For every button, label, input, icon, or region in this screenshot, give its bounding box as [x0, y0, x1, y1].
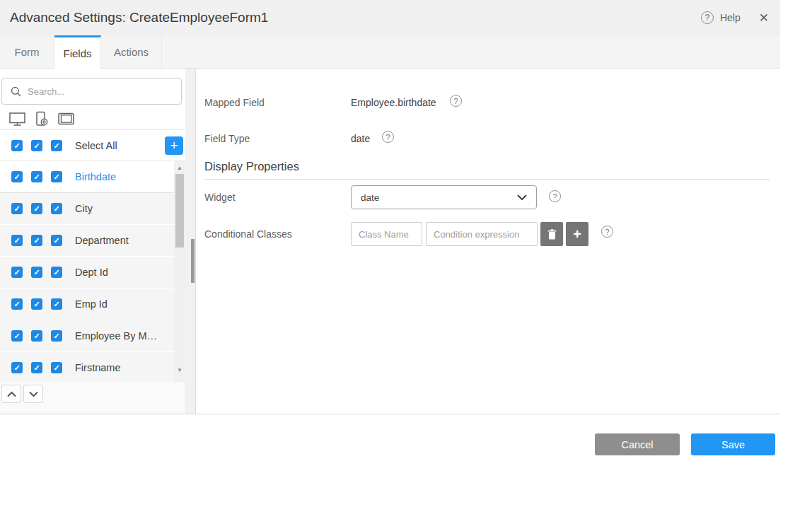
dialog-header: Advanced Settings: CreateEmployeeForm1 ?… [0, 0, 780, 35]
delete-class-button[interactable] [540, 222, 563, 246]
list-item[interactable]: ✓✓✓Emp Id [0, 289, 174, 320]
cancel-button[interactable]: Cancel [595, 433, 680, 455]
select-all-checkbox[interactable]: ✓ [51, 140, 62, 151]
field-label: Employee By M… [75, 330, 157, 342]
select-all-label: Select All [75, 140, 117, 151]
field-checkbox[interactable]: ✓ [11, 362, 23, 373]
conditional-classes-label: Conditional Classes [204, 228, 292, 240]
field-label: Dept Id [75, 267, 108, 278]
fields-sidebar: ✓ ✓ ✓ Select All + ✓✓✓Birthdate✓✓✓City✓✓… [0, 69, 185, 414]
select-all-checkbox[interactable]: ✓ [31, 140, 42, 151]
help-icon[interactable]: ? [601, 226, 613, 238]
condition-expression-input[interactable] [426, 222, 538, 246]
display-properties-heading: Display Properties [204, 160, 299, 173]
footer-divider [0, 414, 780, 414]
mapped-field-value: Employee.birthdate [351, 97, 436, 108]
field-checkbox[interactable]: ✓ [31, 171, 42, 182]
field-label: Firstname [75, 362, 120, 373]
widget-label: Widget [204, 192, 236, 203]
field-checkbox[interactable]: ✓ [31, 267, 42, 278]
select-all-checkbox[interactable]: ✓ [11, 140, 23, 151]
trash-icon [547, 229, 557, 240]
field-checkbox[interactable]: ✓ [31, 203, 42, 214]
chevron-down-icon [28, 391, 39, 397]
scroll-up-icon[interactable]: ▲ [174, 165, 185, 171]
help-link[interactable]: Help [720, 12, 741, 23]
field-checkbox[interactable]: ✓ [31, 298, 42, 310]
scroll-down-icon[interactable]: ▼ [174, 367, 185, 373]
select-all-row[interactable]: ✓ ✓ ✓ Select All + [0, 131, 185, 161]
add-class-button[interactable]: + [566, 222, 588, 246]
field-checkbox[interactable]: ✓ [51, 235, 62, 246]
field-label: Birthdate [75, 171, 116, 182]
desktop-view-icon[interactable] [8, 111, 26, 127]
content-scrollbar[interactable] [185, 69, 196, 414]
move-up-button[interactable] [1, 385, 21, 403]
field-list: ✓✓✓Birthdate✓✓✓City✓✓✓Department✓✓✓Dept … [0, 161, 174, 382]
close-icon[interactable]: ✕ [759, 11, 769, 25]
field-settings-panel: Mapped Field Employee.birthdate ? Field … [196, 69, 780, 414]
widget-select-value: date [361, 192, 379, 203]
header-actions: ? Help ✕ [701, 11, 770, 25]
field-checkbox[interactable]: ✓ [31, 362, 42, 373]
field-checkbox[interactable]: ✓ [51, 298, 62, 310]
tab-form[interactable]: Form [0, 35, 54, 68]
search-input[interactable] [28, 86, 181, 97]
field-checkbox[interactable]: ✓ [11, 267, 23, 278]
field-checkbox[interactable]: ✓ [31, 330, 42, 342]
field-checkbox[interactable]: ✓ [51, 203, 62, 214]
field-label: Emp Id [75, 298, 108, 310]
tablet-view-icon[interactable] [57, 111, 75, 127]
help-icon[interactable]: ? [450, 95, 462, 107]
scrollbar-thumb[interactable] [175, 174, 184, 247]
field-checkbox[interactable]: ✓ [51, 267, 62, 278]
mobile-view-icon[interactable] [34, 111, 50, 127]
field-type-label: Field Type [204, 133, 250, 144]
field-checkbox[interactable]: ✓ [11, 203, 23, 214]
field-checkbox[interactable]: ✓ [51, 330, 62, 342]
list-item[interactable]: ✓✓✓Firstname [0, 352, 174, 382]
tab-bar: FormFieldsActions [0, 35, 780, 69]
device-toggle-row [0, 108, 185, 130]
dialog-content: ✓ ✓ ✓ Select All + ✓✓✓Birthdate✓✓✓City✓✓… [0, 69, 780, 414]
move-down-button[interactable] [23, 385, 43, 403]
class-name-input[interactable] [351, 222, 422, 246]
chevron-down-icon [517, 194, 527, 200]
field-checkbox[interactable]: ✓ [51, 171, 62, 182]
chevron-up-icon [6, 391, 17, 397]
field-order-controls [0, 382, 185, 414]
mapped-field-label: Mapped Field [204, 97, 265, 108]
search-icon [11, 86, 21, 97]
add-field-button[interactable]: + [165, 136, 183, 155]
help-icon[interactable]: ? [382, 131, 394, 143]
field-checkbox[interactable]: ✓ [11, 298, 23, 310]
scrollbar-thumb[interactable] [191, 239, 195, 283]
tab-actions[interactable]: Actions [101, 35, 162, 68]
help-icon[interactable]: ? [701, 11, 714, 24]
field-checkbox[interactable]: ✓ [11, 171, 23, 182]
section-divider [204, 179, 770, 180]
tab-fields[interactable]: Fields [54, 35, 101, 69]
list-item[interactable]: ✓✓✓Dept Id [0, 257, 174, 289]
help-icon[interactable]: ? [549, 190, 561, 202]
field-checkbox[interactable]: ✓ [11, 330, 23, 342]
dialog-title: Advanced Settings: CreateEmployeeForm1 [10, 10, 701, 25]
search-box [1, 78, 182, 105]
field-list-scrollbar[interactable]: ▲ ▼ [174, 161, 185, 382]
field-checkbox[interactable]: ✓ [31, 235, 42, 246]
list-item[interactable]: ✓✓✓Employee By M… [0, 320, 174, 352]
list-item[interactable]: ✓✓✓Department [0, 225, 174, 257]
list-item[interactable]: ✓✓✓Birthdate [0, 161, 174, 193]
field-type-value: date [351, 133, 370, 144]
field-label: Department [75, 235, 129, 246]
field-label: City [75, 203, 93, 214]
widget-select[interactable]: date [351, 185, 537, 209]
field-checkbox[interactable]: ✓ [11, 235, 23, 246]
advanced-settings-dialog: Advanced Settings: CreateEmployeeForm1 ?… [0, 0, 780, 507]
field-checkbox[interactable]: ✓ [51, 362, 62, 373]
list-item[interactable]: ✓✓✓City [0, 193, 174, 225]
save-button[interactable]: Save [691, 433, 775, 455]
